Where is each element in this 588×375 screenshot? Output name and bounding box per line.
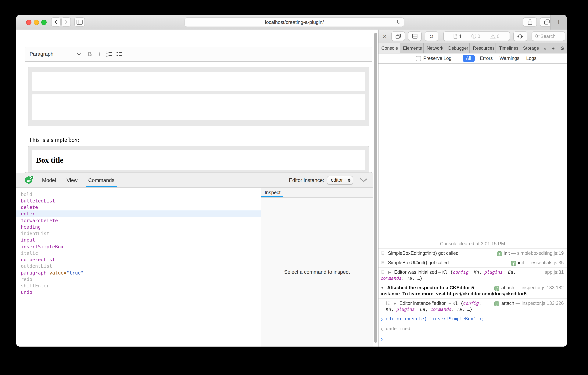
italic-button[interactable]: I [98,50,100,58]
page-scrollbar[interactable] [374,33,377,343]
devtools-dock-button[interactable] [391,32,405,41]
log-icon [381,270,384,274]
paragraph-dropdown[interactable]: Paragraph [30,51,53,57]
command-item-italic[interactable]: italic [16,250,261,256]
console-log-row[interactable]: finit — essentials.js:35 Editor was init… [378,258,567,268]
command-item-undo[interactable]: undo [16,289,261,296]
address-bar[interactable]: localhost/creating-a-plugin/ ↻ [185,17,404,27]
source-location[interactable]: app.js:31 [545,270,564,275]
simple-box-widget[interactable]: Box title [28,146,369,173]
dock-side-icon [395,33,401,39]
command-item-outdentList[interactable]: outdentList [16,263,261,270]
simple-box-title-field[interactable]: Box title [32,150,365,170]
devtools-tab-elements[interactable]: Elements [400,43,424,53]
numbered-list-button[interactable]: 1 2 [106,51,113,57]
devtools-tab-timelines[interactable]: Timelines [496,43,520,53]
simple-box-description-field[interactable] [32,94,365,120]
tab-overflow-button[interactable]: » [541,43,549,53]
command-item-input[interactable]: input [16,237,261,243]
source-location[interactable]: inspector.js:133:326 [522,301,564,306]
command-item-redo[interactable]: redo [16,276,261,283]
console-filter-all[interactable]: All [462,55,474,62]
command-item-enter[interactable]: enter [16,211,261,217]
tab-inspect[interactable]: Inspect [261,189,281,195]
tab-view[interactable]: View [67,173,78,187]
command-item-insertSimpleBox[interactable]: insertSimpleBox [16,243,261,250]
command-item-heading[interactable]: heading [16,224,261,230]
warning-count-item: 0 [490,33,500,39]
tab-model[interactable]: Model [42,173,56,187]
collapse-caret-icon[interactable]: ▼ [381,286,384,290]
settings-tab-button[interactable]: ⚙ [557,43,567,53]
source-location[interactable]: inspector.js:133:182 [522,285,564,290]
editor-paragraph[interactable]: This is a simple box: [29,136,79,143]
warning-count: 0 [497,33,500,39]
devtools-close-button[interactable]: ✕ [382,33,388,39]
bold-button[interactable]: B [87,51,92,57]
select-stepper-icon [346,178,351,182]
console-filter-logs[interactable]: Logs [526,56,536,61]
page-resources: 4 [453,33,461,39]
command-item-shiftEnter[interactable]: shiftEnter [16,283,261,289]
forward-button[interactable] [61,17,71,27]
expand-caret-icon[interactable]: ▶ [394,301,396,305]
editor-toolbar: Paragraph B I 1 2 [25,47,372,62]
ckeditor-inspector: 5 Model View Commands Editor instance: e… [16,173,373,347]
gear-icon: ⚙ [560,45,565,51]
console-log-row[interactable]: fattach — inspector.js:133:182 ▼ Attache… [378,283,567,299]
console-eval-row[interactable]: ❯editor.execute( 'insertSimpleBox' ); [378,314,567,324]
devtools-reload-button[interactable]: ↻ [425,32,438,41]
element-picker-button[interactable] [513,32,527,41]
expand-caret-icon[interactable]: ▶ [388,270,391,274]
command-item-bulletedList[interactable]: bulletedList [16,198,261,204]
devtools-status-group[interactable]: 4 0 [443,32,510,41]
function-badge-icon: f [511,261,516,266]
simple-box-widget-selected[interactable] [28,67,369,126]
sidebar-icon [76,20,83,24]
add-tab-button[interactable]: + [549,43,557,53]
bulleted-list-button[interactable] [116,51,123,57]
devtools-search-field[interactable]: Search [531,32,565,41]
document-icon [453,34,457,39]
console-link[interactable]: https://ckeditor.com/docs/ckeditor5 [447,291,527,297]
console-filter-warnings[interactable]: Warnings [500,56,519,61]
command-item-paragraph[interactable]: paragraph value="true" [16,269,261,276]
reload-icon[interactable]: ↻ [397,19,401,25]
bulleted-list-icon [116,51,123,57]
close-window-button[interactable] [26,20,32,25]
devtools-tab-storage[interactable]: Storage [520,43,541,53]
back-button[interactable] [51,17,61,27]
console-input-row[interactable]: ❯ [378,334,567,347]
devtools-tab-debugger[interactable]: Debugger [445,43,470,53]
minimize-window-button[interactable] [34,20,39,25]
devtools-tab-network[interactable]: Network [424,43,445,53]
command-item-delete[interactable]: delete [16,204,261,211]
source-location[interactable]: essentials.js:35 [531,260,564,265]
sidebar-toggle-button[interactable] [74,17,85,27]
back-icon [55,20,57,24]
tab-commands[interactable]: Commands [88,173,115,187]
inspector-collapse-button[interactable] [360,178,367,182]
devtools-split-button[interactable] [408,32,421,41]
new-tab-button[interactable]: + [550,15,567,30]
console-log-row-nested[interactable]: fattach — inspector.js:133:326 ▶ Editor … [384,299,567,314]
command-item-forwardDelete[interactable]: forwardDelete [16,217,261,224]
console-result-row[interactable]: ❮undefined [378,324,567,334]
zoom-window-button[interactable] [41,20,47,25]
console-filter-errors[interactable]: Errors [480,56,493,61]
editor-instance-select[interactable]: editor [327,176,353,185]
console-log-row[interactable]: finit — simpleboxediting.js:19 SimpleBox… [378,249,567,258]
dropdown-chevron-icon[interactable] [77,53,81,55]
share-button[interactable] [523,17,537,27]
console-log-row[interactable]: app.js:31 ▶ Editor was initialized – Kl … [378,268,567,283]
devtools-tab-console[interactable]: Console [378,43,400,53]
command-item-numberedList[interactable]: numberedList [16,256,261,263]
devtools-tab-resources[interactable]: Resources [470,43,496,53]
simple-box-title-field[interactable] [32,72,365,91]
preserve-log-checkbox[interactable] [416,56,421,61]
command-item-bold[interactable]: bold [16,191,261,198]
box-title-text: Box title [32,156,63,165]
command-item-indentList[interactable]: indentList [16,230,261,237]
source-location[interactable]: simpleboxediting.js:19 [517,251,564,256]
preserve-log-label[interactable]: Preserve Log [423,56,452,61]
